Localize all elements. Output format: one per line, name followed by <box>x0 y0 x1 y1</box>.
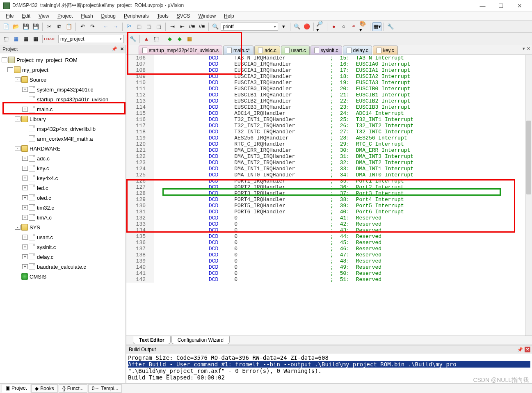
menu-debug[interactable]: Debug <box>97 12 120 20</box>
expand-icon[interactable]: - <box>15 117 21 121</box>
indent-icon[interactable]: ⇥ <box>168 22 177 31</box>
expand-icon[interactable]: + <box>22 185 28 190</box>
new-icon[interactable]: 📄 <box>2 22 11 31</box>
code-line[interactable]: 109 DCD EUSCIA2_IRQHandler ; 18: EUSCIA2… <box>126 73 532 80</box>
code-line[interactable]: 136 DCD 0 ; 45: Reserved <box>126 240 532 246</box>
download-icon[interactable]: LOAD <box>45 34 54 43</box>
outdent-icon[interactable]: ⇤ <box>178 22 187 31</box>
code-line[interactable]: 131 DCD PORT6_IRQHandler ; 40: Port6 Int… <box>126 209 532 215</box>
manage-icon[interactable]: ▲ <box>142 34 151 43</box>
code-line[interactable]: 141 DCD 0 ; 50: Reserved <box>126 270 532 276</box>
expand-icon[interactable]: - <box>15 225 21 230</box>
expand-icon[interactable]: - <box>7 67 13 72</box>
link-icon[interactable]: ⚭ <box>349 22 358 31</box>
expand-icon[interactable]: + <box>22 176 28 181</box>
panel-close-icon[interactable]: ✕ <box>120 46 124 52</box>
expand-icon[interactable]: + <box>22 264 28 269</box>
editor-tab[interactable]: key.c <box>373 46 398 55</box>
maximize-button[interactable]: ☐ <box>492 0 510 11</box>
code-line[interactable]: 114 DCD EUSCIB3_IRQHandler ; 23: EUSCIB3… <box>126 104 532 110</box>
expand-icon[interactable]: - <box>15 146 21 151</box>
tree-item[interactable]: -Library <box>0 114 126 124</box>
code-line[interactable]: 132 DCD 0 ; 41: Reserved <box>126 215 532 221</box>
menu-edit[interactable]: Edit <box>18 12 34 20</box>
code-line[interactable]: 137 DCD 0 ; 46: Reserved <box>126 246 532 252</box>
breakpoint-icon[interactable]: 🔴 <box>302 22 311 31</box>
expand-icon[interactable]: + <box>22 195 28 200</box>
tree-item[interactable]: +baudrate_calculate.c <box>0 262 126 272</box>
options-icon[interactable]: 🔧 <box>128 34 137 43</box>
code-line[interactable]: 134 DCD 0 ; 43: Reserved <box>126 227 532 233</box>
editor-tab[interactable]: delay.c <box>343 46 372 55</box>
window-icon[interactable]: ▦▾ <box>372 22 381 31</box>
zoom-icon[interactable]: 🔎▾ <box>316 22 325 31</box>
menu-view[interactable]: View <box>34 12 53 20</box>
tree-item[interactable]: +sysinit.c <box>0 242 126 252</box>
build-output-body[interactable]: Program Size: Code=3576 RO-data=396 RW-d… <box>126 354 532 383</box>
pack-installer-icon[interactable]: ▦ <box>185 34 194 43</box>
tree-item[interactable]: CMSIS <box>0 272 126 281</box>
tree-item[interactable]: -SYS <box>0 222 126 232</box>
tree-item[interactable]: +main.c <box>0 104 126 114</box>
open-icon[interactable]: 📂 <box>11 22 21 31</box>
code-line[interactable]: 125 DCD DMA_INT0_IRQHandler ; 34: DMA_IN… <box>126 172 532 178</box>
find-combo[interactable]: printf <box>221 23 278 31</box>
bookmark-icon[interactable]: 🏳 <box>125 22 134 31</box>
tree-item[interactable]: +key4x4.c <box>0 173 126 183</box>
expand-icon[interactable]: + <box>22 215 28 220</box>
tree-item[interactable]: +usart.c <box>0 232 126 242</box>
close-button[interactable]: ✕ <box>510 0 529 11</box>
code-line[interactable]: 126 DCD PORT1_IRQHandler ; 35: Port1 Int… <box>126 178 532 184</box>
save-icon[interactable]: 💾 <box>21 22 30 31</box>
code-line[interactable]: 139 DCD 0 ; 48: Reserved <box>126 258 532 264</box>
code-line[interactable]: 115 DCD ADC14_IRQHandler ; 24: ADC14 Int… <box>126 110 532 117</box>
status-tab-templ[interactable]: 0→Templ... <box>88 384 122 393</box>
menu-project[interactable]: Project <box>53 12 77 20</box>
uncomment-icon[interactable]: //≡ <box>197 22 206 31</box>
tree-item[interactable]: msp432p4xx_driverlib.lib <box>0 124 126 134</box>
tree-item[interactable]: arm_cortexM4lf_math.a <box>0 134 126 144</box>
code-line[interactable]: 110 DCD EUSCIA3_IRQHandler ; 19: EUSCIA3… <box>126 80 532 86</box>
undo-icon[interactable]: ↶ <box>78 22 87 31</box>
rebuild-icon[interactable]: ▦ <box>21 34 30 43</box>
scrollbar-vertical[interactable] <box>525 55 532 336</box>
tree-item[interactable]: -Source <box>0 75 126 85</box>
tab-dropdown-icon[interactable]: ▾ <box>523 46 525 51</box>
expand-icon[interactable]: - <box>2 57 7 62</box>
expand-icon[interactable]: + <box>22 244 28 249</box>
tree-item[interactable]: +led.c <box>0 183 126 193</box>
code-line[interactable]: 122 DCD DMA_INT3_IRQHandler ; 31: DMA_IN… <box>126 153 532 160</box>
expand-icon[interactable]: + <box>22 107 28 112</box>
editor-tab[interactable]: usart.c <box>281 46 310 55</box>
nav-fwd-icon[interactable]: → <box>111 22 120 31</box>
tree-item[interactable]: -my_project <box>0 65 126 75</box>
code-line[interactable]: 128 DCD PORT3_IRQHandler ; 37: Port3 Int… <box>126 190 532 196</box>
code-line[interactable]: 138 DCD 0 ; 47: Reserved <box>126 252 532 258</box>
expand-icon[interactable]: + <box>22 156 28 161</box>
pack-green2-icon[interactable]: ◆ <box>175 34 184 43</box>
menu-tools[interactable]: Tools <box>153 12 173 20</box>
code-line[interactable]: 112 DCD EUSCIB1_IRQHandler ; 21: EUSCIB1… <box>126 92 532 98</box>
code-line[interactable]: 127 DCD PORT2_IRQHandler ; 36: Port2 Int… <box>126 184 532 190</box>
wrench-icon[interactable]: 🔧 <box>386 22 395 31</box>
bookmark-next-icon[interactable]: ⬚ <box>144 22 153 31</box>
code-line[interactable]: 113 DCD EUSCIB2_IRQHandler ; 22: EUSCIB2… <box>126 98 532 104</box>
code-line[interactable]: 119 DCD AES256_IRQHandler ; 28: AES256 I… <box>126 135 532 141</box>
tree-item[interactable]: +oled.c <box>0 193 126 203</box>
expand-icon[interactable]: + <box>22 254 28 259</box>
menu-help[interactable]: Help <box>220 12 238 20</box>
cut-icon[interactable]: ✂ <box>45 22 54 31</box>
code-line[interactable]: 116 DCD T32_INT1_IRQHandler ; 25: T32_IN… <box>126 117 532 123</box>
menu-peripherals[interactable]: Peripherals <box>120 12 153 20</box>
tab-config-wizard[interactable]: Configuration Wizard <box>171 336 230 344</box>
code-line[interactable]: 133 DCD 0 ; 42: Reserved <box>126 221 532 227</box>
code-line[interactable]: 118 DCD T32_INTC_IRQHandler ; 27: T32_IN… <box>126 129 532 135</box>
editor-tab[interactable]: adc.c <box>254 46 280 55</box>
nav-back-icon[interactable]: ← <box>101 22 110 31</box>
expand-icon[interactable]: + <box>22 166 28 171</box>
code-line[interactable]: 135 DCD 0 ; 44: Reserved <box>126 233 532 240</box>
status-tab-funct[interactable]: {}Funct... <box>59 384 87 393</box>
code-line[interactable]: 142 DCD 0 ; 51: Reserved <box>126 276 532 283</box>
tab-text-editor[interactable]: Text Editor <box>133 336 171 344</box>
menu-window[interactable]: Window <box>194 12 220 20</box>
